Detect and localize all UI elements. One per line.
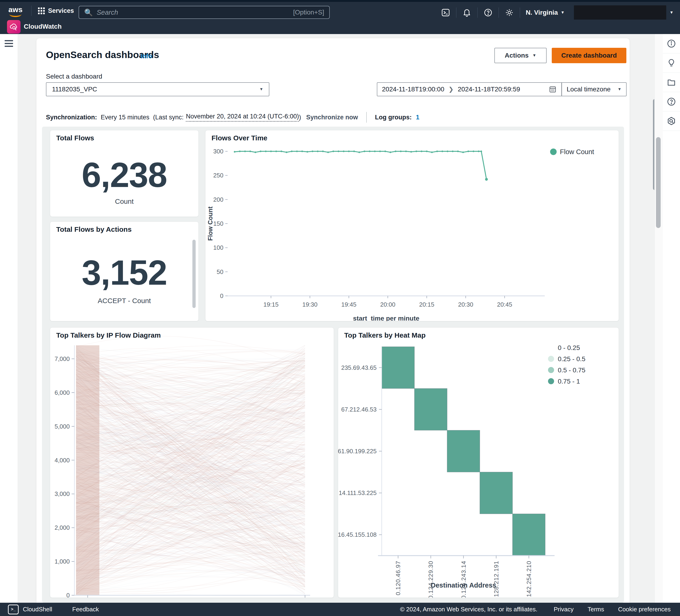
- services-menu-button[interactable]: Services: [31, 2, 81, 20]
- info-panel-icon[interactable]: [663, 34, 680, 53]
- aws-console-header: aws Services 🔍 Search [Option+S]: [0, 2, 680, 20]
- footer-copyright: © 2024, Amazon Web Services, Inc. or its…: [400, 606, 537, 613]
- flows-over-time-panel: Flows Over Time 05010015020025030019:151…: [205, 130, 619, 321]
- create-dashboard-button[interactable]: Create dashboard: [552, 48, 626, 63]
- chevron-down-icon: ▼: [561, 10, 565, 15]
- help-panel-icon[interactable]: [663, 92, 680, 112]
- panel-title: Top Talkers by Heat Map: [344, 331, 426, 339]
- svg-text:0.124.229.30: 0.124.229.30: [427, 561, 434, 597]
- svg-text:19:45: 19:45: [341, 301, 356, 308]
- footer-privacy-link[interactable]: Privacy: [554, 606, 574, 613]
- svg-text:20:00: 20:00: [380, 301, 395, 308]
- region-label: N. Virginia: [526, 9, 558, 16]
- search-icon: 🔍: [84, 8, 93, 17]
- footer-cloudshell-link[interactable]: CloudShell: [23, 606, 52, 613]
- svg-text:20:15: 20:15: [419, 301, 434, 308]
- lightbulb-icon[interactable]: [663, 53, 680, 73]
- folder-icon[interactable]: [663, 73, 680, 92]
- help-icon[interactable]: [478, 8, 499, 17]
- calendar-icon: [549, 85, 557, 93]
- cloudshell-icon[interactable]: [435, 8, 456, 17]
- svg-text:0.75 - 1: 0.75 - 1: [558, 378, 580, 385]
- svg-text:2,000: 2,000: [55, 524, 70, 531]
- settings-gear-icon[interactable]: [499, 8, 520, 17]
- ip-flow-diagram-chart[interactable]: 01,0002,0003,0004,0005,0006,0007,000Sour…: [50, 328, 334, 597]
- cloudwatch-icon[interactable]: [7, 20, 21, 34]
- svg-text:0.120.46.97: 0.120.46.97: [395, 561, 402, 595]
- browser-top-strip: [0, 0, 680, 2]
- log-groups-label: Log groups:: [375, 114, 412, 121]
- total-flows-by-actions-panel: Total Flows by Actions 3,152 ACCEPT - Co…: [50, 222, 199, 321]
- svg-text:50: 50: [217, 268, 223, 275]
- search-placeholder: Search: [96, 9, 293, 16]
- footer-feedback-link[interactable]: Feedback: [72, 606, 99, 613]
- svg-text:200: 200: [214, 196, 223, 203]
- chevron-down-icon: ▼: [259, 87, 263, 92]
- date-end-value: 2024-11-18T20:59:59: [458, 86, 520, 93]
- log-groups-count-link[interactable]: 1: [416, 114, 419, 121]
- total-flows-value: 6,238: [50, 155, 198, 195]
- chevron-down-icon[interactable]: ▼: [670, 10, 674, 15]
- svg-text:20:30: 20:30: [458, 301, 473, 308]
- services-grid-icon: [38, 7, 45, 14]
- svg-text:0 - 0.25: 0 - 0.25: [558, 344, 580, 351]
- breadcrumb-service-name[interactable]: CloudWatch: [24, 23, 62, 30]
- select-dashboard-label: Select a dashboard: [46, 73, 102, 80]
- timezone-select[interactable]: Local timezone ▼: [562, 82, 627, 96]
- heat-map-chart[interactable]: 235.69.43.6567.212.46.53161.90.199.22514…: [338, 328, 619, 597]
- chevron-right-icon: ❯: [448, 86, 454, 93]
- hamburger-menu-icon[interactable]: [5, 40, 13, 49]
- flows-over-time-chart[interactable]: 05010015020025030019:1519:3019:4520:0020…: [205, 130, 619, 321]
- ip-flow-diagram-panel: Top Talkers by IP Flow Diagram 01,0002,0…: [50, 327, 334, 598]
- services-label: Services: [48, 7, 74, 14]
- aws-logo[interactable]: aws: [8, 6, 22, 17]
- svg-text:67.212.46.53: 67.212.46.53: [341, 406, 377, 413]
- page-scrollbar-thumb[interactable]: [656, 137, 661, 228]
- panel-title: Flows Over Time: [211, 134, 267, 142]
- svg-text:0.25 - 0.5: 0.25 - 0.5: [558, 355, 585, 362]
- svg-text:0: 0: [66, 592, 70, 597]
- svg-text:216.45.155.108: 216.45.155.108: [338, 531, 377, 538]
- info-link[interactable]: Info: [141, 53, 152, 60]
- last-sync-suffix: ): [299, 114, 301, 121]
- svg-text:3,000: 3,000: [55, 490, 70, 497]
- svg-text:Flow Count: Flow Count: [560, 148, 594, 155]
- svg-text:5,000: 5,000: [55, 423, 70, 430]
- account-menu-redacted[interactable]: [574, 5, 666, 20]
- svg-text:Destination Address: Destination Address: [431, 582, 496, 589]
- search-shortcut-hint: [Option+S]: [293, 9, 324, 16]
- console-search-input[interactable]: 🔍 Search [Option+S]: [79, 6, 330, 19]
- synchronize-now-button[interactable]: Synchronize now: [306, 114, 358, 121]
- service-breadcrumb-bar: CloudWatch: [0, 20, 680, 34]
- svg-text:6,000: 6,000: [55, 389, 70, 396]
- chevron-down-icon: ▼: [618, 87, 621, 92]
- sync-frequency: Every 15 minutes: [101, 114, 149, 121]
- svg-text:19:30: 19:30: [302, 301, 317, 308]
- svg-text:235.69.43.65: 235.69.43.65: [341, 364, 377, 371]
- dashboard-iframe-area: Total Flows 6,238 Count Flows Over Time …: [42, 126, 624, 603]
- svg-text:7,000: 7,000: [55, 355, 70, 362]
- footer-terms-link[interactable]: Terms: [588, 606, 604, 613]
- panel-scrollbar[interactable]: [192, 240, 196, 308]
- svg-text:4,000: 4,000: [55, 457, 70, 464]
- date-range-picker[interactable]: 2024-11-18T19:00:00 ❯ 2024-11-18T20:59:5…: [377, 82, 562, 96]
- synchronization-row: Synchronization: Every 15 minutes (Last …: [46, 112, 620, 123]
- footer-cookie-preferences-link[interactable]: Cookie preferences: [618, 606, 671, 613]
- svg-text:150: 150: [214, 220, 223, 227]
- amazon-q-icon[interactable]: [663, 112, 680, 131]
- notifications-bell-icon[interactable]: [456, 8, 477, 17]
- actions-button-label: Actions: [505, 52, 529, 59]
- cloudshell-terminal-icon[interactable]: >_: [8, 605, 19, 614]
- dashboard-select[interactable]: 11182035_VPC ▼: [46, 82, 270, 96]
- svg-text:0.5 - 0.75: 0.5 - 0.75: [558, 366, 585, 374]
- svg-text:0.126.243.14: 0.126.243.14: [460, 561, 467, 597]
- last-sync-date[interactable]: November 20, 2024 at 10:24 (UTC-6:00): [186, 113, 299, 122]
- chevron-down-icon: ▼: [532, 53, 536, 58]
- region-selector[interactable]: N. Virginia ▼: [520, 9, 567, 16]
- aws-logo-text: aws: [8, 5, 22, 14]
- page-scrollbar-track[interactable]: [654, 34, 663, 603]
- panel-title: Total Flows: [56, 134, 94, 142]
- svg-text:161.90.199.225: 161.90.199.225: [338, 448, 377, 454]
- actions-button[interactable]: Actions ▼: [494, 48, 547, 63]
- sync-label: Synchronization:: [46, 114, 97, 121]
